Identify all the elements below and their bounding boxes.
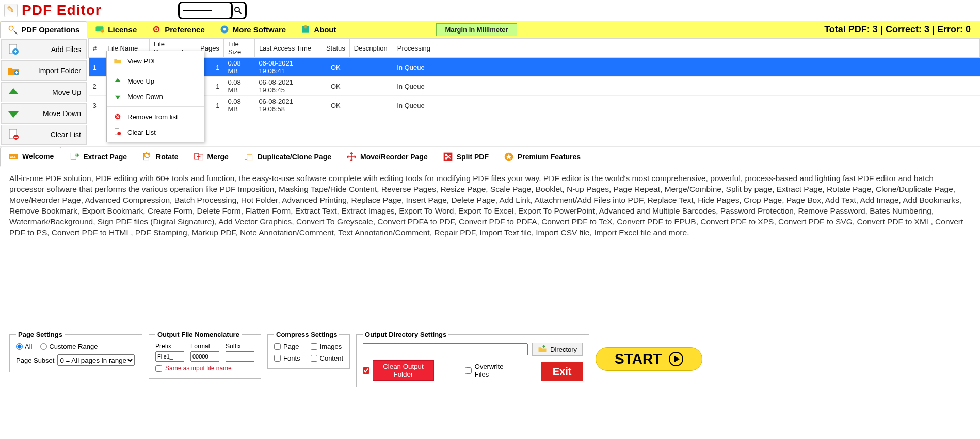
grid-row[interactable]: 1 1 0.08 MB 06-08-2021 19:06:41 OK In Qu… (89, 58, 980, 77)
tab-rotate[interactable]: Rotate (134, 147, 186, 167)
move-icon (346, 151, 357, 162)
feature-tabstrip: WEL Welcome Extract Page Rotate Merge Du… (0, 147, 980, 167)
title-bar: PDF Editor (0, 0, 980, 21)
remove-icon (113, 112, 122, 121)
margin-mode-badge: Margin in Millimeter (436, 23, 517, 36)
context-menu: View PDF Move Up Move Down Remove from l… (106, 51, 204, 142)
ctx-move-up[interactable]: Move Up (107, 73, 204, 89)
menu-more-software[interactable]: More Software (212, 21, 293, 38)
separator (107, 71, 204, 71)
work-area: Add Files Import Folder Move Up Move Dow… (0, 38, 980, 147)
svg-point-6 (156, 28, 157, 30)
search-area (178, 2, 247, 19)
menu-preference[interactable]: Preference (144, 21, 212, 38)
col-description[interactable]: Description (349, 39, 393, 58)
svg-point-8 (223, 28, 226, 31)
col-num[interactable]: # (89, 39, 103, 58)
ctx-view-pdf[interactable]: View PDF (107, 53, 204, 69)
ctx-label: Move Down (127, 93, 163, 101)
menu-about[interactable]: About (293, 21, 343, 38)
folder-plus-icon (7, 64, 20, 77)
grid-header-row: # File Name File Password Pages File Siz… (89, 39, 980, 58)
tab-label: Rotate (156, 153, 179, 161)
menu-license[interactable]: License (87, 21, 144, 38)
svg-point-18 (117, 132, 121, 135)
tab-premium[interactable]: Premium Features (496, 147, 588, 167)
svg-rect-10 (304, 25, 306, 29)
tab-label: Split PDF (457, 153, 489, 161)
tab-extract-page[interactable]: Extract Page (61, 147, 134, 167)
tab-welcome[interactable]: WEL Welcome (0, 147, 61, 167)
add-file-icon (7, 43, 20, 56)
app-logo-icon (4, 4, 18, 17)
tab-label: Merge (207, 153, 229, 161)
svg-point-2 (9, 26, 13, 30)
premium-icon (503, 151, 515, 162)
col-status[interactable]: Status (322, 39, 349, 58)
license-icon (94, 24, 105, 35)
menu-label: Preference (165, 25, 205, 34)
folder-icon (113, 56, 122, 66)
arrow-down-icon (7, 107, 20, 120)
menu-label: PDF Operations (21, 25, 79, 34)
disc-icon (219, 24, 230, 35)
tab-label: Welcome (22, 152, 54, 160)
tab-label: Move/Reorder Page (360, 153, 428, 161)
rotate-icon (141, 151, 153, 162)
svg-rect-24 (199, 154, 203, 160)
menu-pdf-operations[interactable]: PDF Operations (0, 21, 87, 38)
button-label: Add Files (51, 45, 81, 54)
split-icon (442, 151, 454, 162)
menu-label: About (314, 25, 336, 34)
col-filesize[interactable]: File Size (223, 39, 254, 58)
svg-text:WEL: WEL (10, 155, 15, 158)
ctx-label: Remove from list (127, 113, 178, 121)
button-label: Move Down (43, 109, 81, 118)
tab-label: Premium Features (518, 153, 581, 161)
import-folder-button[interactable]: Import Folder (1, 60, 87, 80)
search-input[interactable] (178, 2, 233, 19)
svg-rect-26 (247, 154, 252, 161)
duplicate-icon (243, 151, 254, 162)
tab-label: Extract Page (83, 153, 127, 161)
button-label: Clear List (51, 131, 81, 139)
col-processing[interactable]: Processing (393, 39, 979, 58)
ctx-label: Clear List (127, 128, 156, 136)
search-icon (233, 6, 243, 15)
grid-row[interactable]: 2 1 0.08 MB 06-08-2021 19:06:45 OK In Qu… (89, 77, 980, 96)
ctx-remove[interactable]: Remove from list (107, 109, 204, 124)
svg-rect-21 (71, 153, 76, 159)
clear-list-button[interactable]: Clear List (1, 125, 87, 145)
tab-duplicate[interactable]: Duplicate/Clone Page (236, 147, 339, 167)
arrow-up-icon (7, 86, 20, 99)
status-summary: Total PDF: 3 | Correct: 3 | Error: 0 (824, 24, 971, 35)
about-icon (300, 24, 311, 35)
tab-split[interactable]: Split PDF (435, 147, 496, 167)
grid-row[interactable]: 3 1 0.08 MB 06-08-2021 19:06:58 OK In Qu… (89, 96, 980, 115)
svg-point-4 (101, 29, 104, 33)
svg-line-1 (239, 11, 242, 14)
tab-merge[interactable]: Merge (186, 147, 236, 167)
move-down-button[interactable]: Move Down (1, 103, 87, 123)
ctx-label: Move Up (127, 77, 154, 85)
menu-label: More Software (233, 25, 286, 34)
file-grid[interactable]: # File Name File Password Pages File Siz… (88, 38, 980, 146)
menu-label: License (108, 25, 137, 34)
gear-wrench-icon (8, 25, 18, 35)
move-up-button[interactable]: Move Up (1, 82, 87, 102)
tab-label: Duplicate/Clone Page (258, 153, 331, 161)
svg-point-0 (235, 7, 239, 12)
menu-bar: PDF Operations License Preference More S… (0, 21, 980, 38)
ctx-label: View PDF (127, 57, 157, 65)
button-label: Import Folder (38, 67, 81, 75)
ctx-move-down[interactable]: Move Down (107, 89, 204, 104)
welcome-description: All-in-one PDF solution, PDF editing wit… (0, 167, 980, 245)
merge-icon (193, 151, 204, 162)
tab-move-reorder[interactable]: Move/Reorder Page (339, 147, 435, 167)
add-files-button[interactable]: Add Files (1, 39, 87, 59)
button-label: Move Up (52, 88, 81, 96)
search-button[interactable] (231, 2, 247, 19)
ctx-clear[interactable]: Clear List (107, 124, 204, 140)
arrow-up-icon (113, 76, 122, 86)
col-lastaccess[interactable]: Last Access Time (254, 39, 322, 58)
